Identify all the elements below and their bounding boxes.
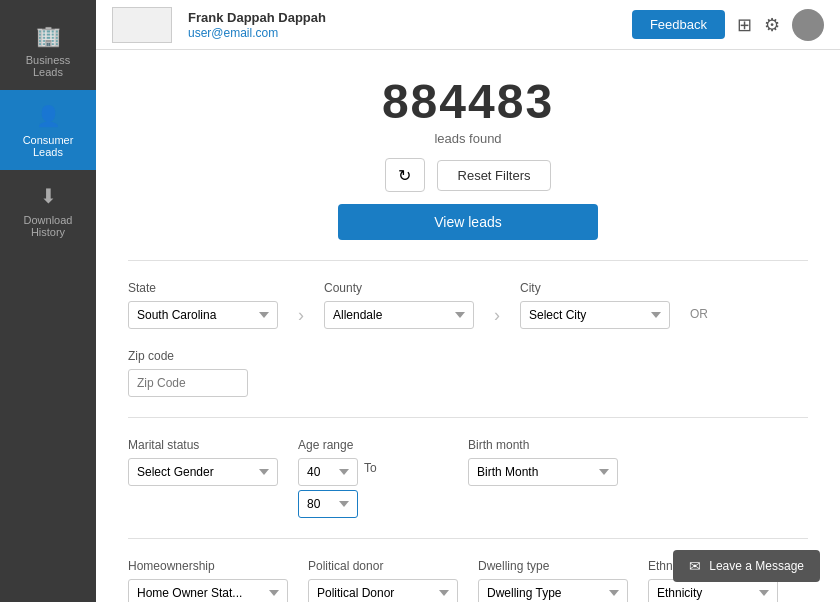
state-label: State bbox=[128, 281, 278, 295]
homeownership-select[interactable]: Home Owner Stat... bbox=[128, 579, 288, 602]
refresh-button[interactable]: ↻ bbox=[385, 158, 425, 192]
leave-message-button[interactable]: ✉ Leave a Message bbox=[673, 550, 820, 582]
birth-month-label: Birth month bbox=[468, 438, 618, 452]
political-donor-select[interactable]: Political Donor bbox=[308, 579, 458, 602]
zip-label: Zip code bbox=[128, 349, 278, 363]
city-filter-group: City Select City bbox=[520, 281, 670, 329]
age-range-container: 40 To 80 bbox=[298, 458, 448, 518]
county-filter-group: County Allendale bbox=[324, 281, 474, 329]
homeownership-label: Homeownership bbox=[128, 559, 288, 573]
birth-month-select[interactable]: Birth Month bbox=[468, 458, 618, 486]
download-history-icon: ⬇ bbox=[34, 182, 62, 210]
avatar[interactable] bbox=[792, 9, 824, 41]
envelope-icon: ✉ bbox=[689, 558, 701, 574]
city-label: City bbox=[520, 281, 670, 295]
main-container: Frank Dappah Dappah user@email.com Feedb… bbox=[96, 0, 840, 602]
ethnicity-select[interactable]: Ethnicity bbox=[648, 579, 778, 602]
marital-label: Marital status bbox=[128, 438, 278, 452]
county-select[interactable]: Allendale bbox=[324, 301, 474, 329]
sidebar-item-consumer-leads[interactable]: 👤 ConsumerLeads bbox=[0, 90, 96, 170]
political-donor-label: Political donor bbox=[308, 559, 458, 573]
zip-input[interactable] bbox=[128, 369, 248, 397]
topbar-actions: Feedback ⊞ ⚙ bbox=[632, 9, 824, 41]
marital-filter-group: Marital status Select Gender bbox=[128, 438, 278, 486]
location-filter-row: State South Carolina › County Allendale … bbox=[128, 281, 808, 397]
political-donor-filter-group: Political donor Political Donor bbox=[308, 559, 458, 602]
age-from-select[interactable]: 40 bbox=[298, 458, 358, 486]
sidebar-item-business-leads[interactable]: 🏢 BusinessLeads bbox=[0, 10, 96, 90]
hero-section: 884483 leads found ↻ Reset Filters View … bbox=[128, 74, 808, 240]
leave-message-label: Leave a Message bbox=[709, 559, 804, 573]
county-label: County bbox=[324, 281, 474, 295]
consumer-leads-icon: 👤 bbox=[34, 102, 62, 130]
view-leads-button[interactable]: View leads bbox=[338, 204, 598, 240]
dwelling-type-select[interactable]: Dwelling Type bbox=[478, 579, 628, 602]
leads-label: leads found bbox=[128, 131, 808, 146]
sidebar-item-label: BusinessLeads bbox=[26, 54, 71, 78]
topbar-email-link[interactable]: user@email.com bbox=[188, 26, 278, 40]
topbar-username: Frank Dappah Dappah bbox=[188, 10, 632, 25]
age-to-select[interactable]: 80 bbox=[298, 490, 358, 518]
leads-count: 884483 bbox=[128, 74, 808, 129]
sidebar: 🏢 BusinessLeads 👤 ConsumerLeads ⬇ Downlo… bbox=[0, 0, 96, 602]
state-select[interactable]: South Carolina bbox=[128, 301, 278, 329]
marital-select[interactable]: Select Gender bbox=[128, 458, 278, 486]
age-row-2: 80 bbox=[298, 490, 448, 518]
feedback-button[interactable]: Feedback bbox=[632, 10, 725, 39]
grid-icon[interactable]: ⊞ bbox=[737, 14, 752, 36]
settings-icon[interactable]: ⚙ bbox=[764, 14, 780, 36]
content-area: 884483 leads found ↻ Reset Filters View … bbox=[96, 50, 840, 602]
age-range-filter-group: Age range 40 To 80 bbox=[298, 438, 448, 518]
demographics-filter-section: Marital status Select Gender Age range 4… bbox=[128, 417, 808, 538]
arrow-icon-2: › bbox=[494, 305, 500, 326]
sidebar-item-download-history[interactable]: ⬇ DownloadHistory bbox=[0, 170, 96, 250]
state-filter-group: State South Carolina bbox=[128, 281, 278, 329]
location-filter-section: State South Carolina › County Allendale … bbox=[128, 260, 808, 417]
city-select[interactable]: Select City bbox=[520, 301, 670, 329]
age-row-1: 40 To bbox=[298, 458, 448, 486]
sidebar-item-label: DownloadHistory bbox=[24, 214, 73, 238]
topbar-logo bbox=[112, 7, 172, 43]
reset-filters-button[interactable]: Reset Filters bbox=[437, 160, 552, 191]
topbar: Frank Dappah Dappah user@email.com Feedb… bbox=[96, 0, 840, 50]
or-text: OR bbox=[690, 307, 708, 321]
topbar-user: Frank Dappah Dappah user@email.com bbox=[188, 10, 632, 40]
hero-actions: ↻ Reset Filters bbox=[128, 158, 808, 192]
age-to-label: To bbox=[364, 461, 377, 483]
dwelling-type-filter-group: Dwelling type Dwelling Type bbox=[478, 559, 628, 602]
sidebar-item-label: ConsumerLeads bbox=[23, 134, 74, 158]
homeownership-filter-group: Homeownership Home Owner Stat... bbox=[128, 559, 288, 602]
business-leads-icon: 🏢 bbox=[34, 22, 62, 50]
arrow-icon-1: › bbox=[298, 305, 304, 326]
birth-month-filter-group: Birth month Birth Month bbox=[468, 438, 618, 486]
demographics-filter-row: Marital status Select Gender Age range 4… bbox=[128, 438, 808, 518]
zip-filter-group: Zip code bbox=[128, 349, 278, 397]
age-range-label: Age range bbox=[298, 438, 448, 452]
dwelling-type-label: Dwelling type bbox=[478, 559, 628, 573]
